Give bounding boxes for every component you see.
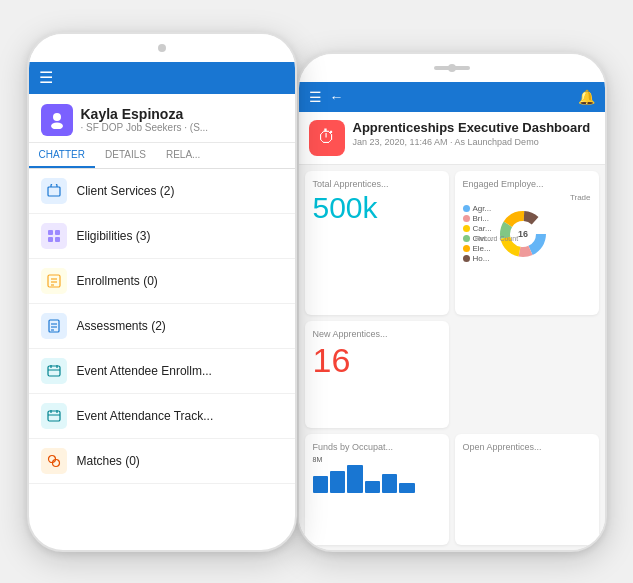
legend-label-5: Ho... <box>473 254 490 263</box>
svg-rect-13 <box>55 237 60 242</box>
new-apprentices-value: 16 <box>313 343 441 377</box>
dashboard-header: ☰ ← 🔔 <box>299 82 605 112</box>
svg-point-30 <box>48 455 55 462</box>
client-services-label: Client Services (2) <box>77 184 175 198</box>
profile-sub: · SF DOP Job Seekers · (S... <box>81 122 209 133</box>
legend-dot-4 <box>463 245 470 252</box>
funds-bar-label: 8M <box>313 456 323 463</box>
dashboard-header-left: ☰ ← <box>309 89 344 105</box>
legend-label-4: Ele... <box>473 244 491 253</box>
legend-item-1: Bri... <box>463 214 493 223</box>
avatar <box>41 104 73 136</box>
list-item[interactable]: Eligibilities (3) <box>29 214 295 259</box>
event-attendee-label: Event Attendee Enrollm... <box>77 364 212 378</box>
open-title: Open Apprentices... <box>463 442 591 452</box>
assessments-label: Assessments (2) <box>77 319 166 333</box>
event-attendance-label: Event Attendance Track... <box>77 409 214 423</box>
legend-dot-2 <box>463 225 470 232</box>
hamburger-icon-front[interactable]: ☰ <box>39 70 53 86</box>
total-apprentices-value: 500k <box>313 193 441 223</box>
tab-details[interactable]: DETAILS <box>95 143 156 168</box>
legend-dot-1 <box>463 215 470 222</box>
enrollments-icon <box>41 268 67 294</box>
engaged-title: Engaged Employe... <box>463 179 591 189</box>
bell-icon[interactable]: 🔔 <box>578 89 595 105</box>
svg-point-7 <box>53 113 61 121</box>
crm-phone: ☰ Kayla Espinoza · SF DOP Job Seekers · … <box>27 32 297 552</box>
enrollments-label: Enrollments (0) <box>77 274 158 288</box>
camera-dot-front <box>158 44 166 52</box>
total-apprentices-card: Total Apprentices... 500k <box>305 171 449 315</box>
donut-svg: 16 <box>497 208 549 260</box>
back-icon[interactable]: ← <box>330 89 344 105</box>
legend-dot-3 <box>463 235 470 242</box>
funds-card: Funds by Occupat... 8M <box>305 434 449 544</box>
legend-item-4: Ele... <box>463 244 493 253</box>
list-item[interactable]: Enrollments (0) <box>29 259 295 304</box>
legend-dot-0 <box>463 205 470 212</box>
list-item[interactable]: Event Attendance Track... <box>29 394 295 439</box>
tab-related[interactable]: RELA... <box>156 143 210 168</box>
tab-chatter[interactable]: CHATTER <box>29 143 95 168</box>
eligibilities-icon <box>41 223 67 249</box>
funds-chart: 8M <box>313 456 441 493</box>
total-apprentices-title: Total Apprentices... <box>313 179 441 189</box>
legend-label-0: Agr... <box>473 204 492 213</box>
phone-top-bar-back <box>299 54 605 82</box>
app-icon-symbol: ⏱ <box>318 127 336 148</box>
dashboard-title-row: ⏱ Apprenticeships Executive Dashboard Ja… <box>299 112 605 165</box>
legend-item-2: Car... <box>463 224 493 233</box>
profile-info: Kayla Espinoza · SF DOP Job Seekers · (S… <box>81 106 209 133</box>
new-apprentices-title: New Apprentices... <box>313 329 441 339</box>
svg-rect-10 <box>48 230 53 235</box>
svg-rect-26 <box>48 411 60 421</box>
avatar-icon <box>48 111 66 129</box>
engaged-employers-card: Engaged Employe... Trade Agr... Bri... <box>455 171 599 315</box>
legend-item-0: Agr... <box>463 204 493 213</box>
svg-point-8 <box>51 122 63 129</box>
trade-label: Trade <box>463 193 591 202</box>
legend-label-2: Car... <box>473 224 492 233</box>
dashboard-subtitle: Jan 23, 2020, 11:46 AM · As Launchpad De… <box>353 137 591 147</box>
hamburger-icon[interactable]: ☰ <box>309 89 322 105</box>
dashboard-title: Apprenticeships Executive Dashboard <box>353 120 591 136</box>
legend-dot-5 <box>463 255 470 262</box>
assessments-icon <box>41 313 67 339</box>
tabs-bar: CHATTER DETAILS RELA... <box>29 143 295 169</box>
svg-rect-22 <box>48 366 60 376</box>
profile-section: Kayla Espinoza · SF DOP Job Seekers · (S… <box>29 94 295 143</box>
new-apprentices-card: New Apprentices... 16 <box>305 321 449 428</box>
funds-bar-row: 8M <box>313 456 441 463</box>
dashboard-content: Total Apprentices... 500k Engaged Employ… <box>299 165 605 551</box>
dashboard-title-text: Apprenticeships Executive Dashboard Jan … <box>353 120 591 148</box>
list-item[interactable]: Event Attendee Enrollm... <box>29 349 295 394</box>
funds-title: Funds by Occupat... <box>313 442 441 452</box>
menu-list: Client Services (2) Eligibilities (3) En… <box>29 169 295 484</box>
eligibilities-label: Eligibilities (3) <box>77 229 151 243</box>
svg-text:16: 16 <box>517 229 527 239</box>
dashboard-phone: ☰ ← 🔔 ⏱ Apprenticeships Executive Dashbo… <box>297 52 607 552</box>
profile-name: Kayla Espinoza <box>81 106 209 122</box>
list-item[interactable]: Matches (0) <box>29 439 295 484</box>
svg-rect-11 <box>55 230 60 235</box>
open-apprentices-card: Open Apprentices... <box>455 434 599 544</box>
legend-label-1: Bri... <box>473 214 489 223</box>
record-count-label: Record Count <box>475 235 518 242</box>
list-item[interactable]: Client Services (2) <box>29 169 295 214</box>
list-item[interactable]: Assessments (2) <box>29 304 295 349</box>
client-services-icon <box>41 178 67 204</box>
matches-icon <box>41 448 67 474</box>
event-attendee-icon <box>41 358 67 384</box>
matches-label: Matches (0) <box>77 454 140 468</box>
legend-item-5: Ho... <box>463 254 493 263</box>
scene: ☰ ← 🔔 ⏱ Apprenticeships Executive Dashbo… <box>27 12 607 572</box>
crm-header: ☰ <box>29 62 295 94</box>
event-attendance-icon <box>41 403 67 429</box>
svg-point-31 <box>52 459 59 466</box>
phone-top-bar-front <box>29 34 295 62</box>
legend-list: Agr... Bri... Car... Civi... <box>463 204 493 264</box>
donut-chart: Record Count 16 <box>497 208 549 260</box>
app-icon: ⏱ <box>309 120 345 156</box>
svg-rect-12 <box>48 237 53 242</box>
svg-rect-9 <box>48 187 60 196</box>
